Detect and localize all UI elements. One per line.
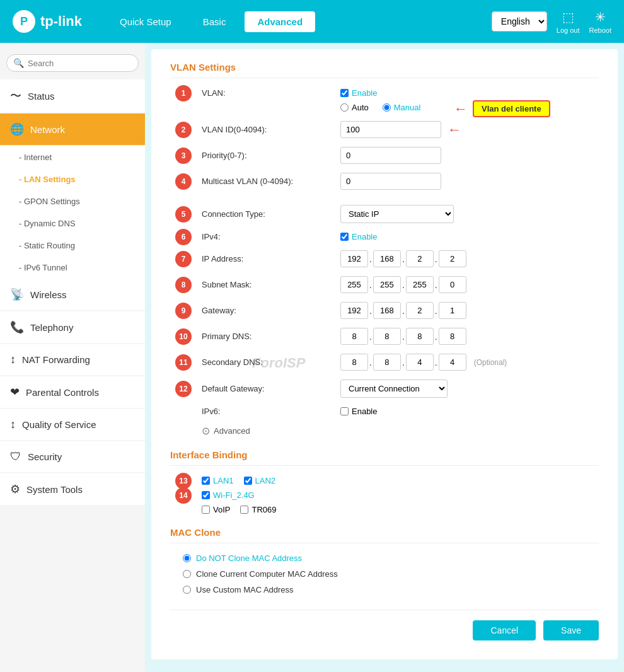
mac-radio-3[interactable]: [183, 586, 191, 594]
sidebar-sub-gpon[interactable]: - GPON Settings: [0, 190, 145, 212]
primary-dns-octet-4[interactable]: [439, 328, 466, 345]
primary-dns-row: 10 Primary DNS: . . .: [202, 328, 599, 345]
sidebar-sub-static[interactable]: - Static Routing: [0, 235, 145, 257]
sidebar-sub-ipv6[interactable]: - IPv6 Tunnel: [0, 257, 145, 279]
language-select[interactable]: English: [492, 11, 547, 32]
primary-dns-octet-2[interactable]: [373, 328, 401, 345]
lan1-check[interactable]: LAN1: [202, 476, 234, 485]
vlan-id-row: 2 VLAN ID(0-4094): ←: [202, 121, 599, 138]
tab-quick-setup[interactable]: Quick Setup: [107, 11, 184, 32]
vlan-badge: Vlan del cliente: [473, 100, 550, 117]
lan2-check[interactable]: LAN2: [244, 476, 276, 485]
ipv4-enable-checkbox[interactable]: [340, 233, 349, 241]
reboot-icon: ✳: [595, 9, 606, 25]
ip-octet-4[interactable]: [439, 250, 466, 267]
gateway-octet-1[interactable]: [340, 302, 368, 319]
sidebar-item-wireless[interactable]: 📡 Wireless: [0, 279, 145, 310]
sidebar-sub-ddns[interactable]: - Dynamic DNS: [0, 212, 145, 235]
subnet-row: 8 Subnet Mask: . . .: [202, 276, 599, 293]
gateway-row: 9 Gateway: . . .: [202, 302, 599, 319]
ip-octet-1[interactable]: [340, 250, 368, 267]
ipv4-enable-check[interactable]: Enable: [340, 232, 377, 241]
ipv6-enable-checkbox[interactable]: [340, 407, 349, 415]
primary-dns-octet-3[interactable]: [406, 328, 434, 345]
cancel-button[interactable]: Cancel: [473, 620, 536, 640]
ipv6-label: IPv6:: [202, 407, 340, 416]
ipv6-enable-value: Enable: [340, 407, 599, 416]
subnet-octet-2[interactable]: [373, 276, 401, 293]
sidebar-item-telephony[interactable]: 📞 Telephony: [0, 311, 145, 343]
step-9: 9: [175, 303, 192, 319]
primary-dns-octet-1[interactable]: [340, 328, 368, 345]
gateway-octet-3[interactable]: [406, 302, 434, 319]
wifi-check[interactable]: Wi-Fi_2.4G: [202, 490, 255, 500]
search-input[interactable]: [28, 59, 134, 68]
sidebar-sub-lan[interactable]: - LAN Settings: [0, 168, 145, 190]
ipv6-enable-check[interactable]: Enable: [340, 407, 377, 416]
secondary-dns-octet-3[interactable]: [406, 354, 434, 371]
auto-radio[interactable]: [340, 103, 349, 112]
mac-option-2[interactable]: Clone Current Computer MAC Address: [183, 569, 599, 579]
subnet-octet-3[interactable]: [406, 276, 434, 293]
sidebar-item-qos[interactable]: ↕ Quality of Service: [0, 409, 145, 440]
subnet-octet-1[interactable]: [340, 276, 368, 293]
save-button[interactable]: Save: [543, 620, 599, 640]
search-box[interactable]: 🔍: [6, 54, 139, 72]
ip-octet-3[interactable]: [406, 250, 434, 267]
sidebar-item-system[interactable]: ⚙ System Tools: [0, 473, 145, 505]
multicast-value: [340, 173, 599, 190]
tr069-check[interactable]: TR069: [240, 505, 276, 514]
sidebar-sub-internet[interactable]: - Internet: [0, 146, 145, 168]
sidebar-item-network[interactable]: 🌐 Network: [0, 113, 145, 145]
ip-octet-2[interactable]: [373, 250, 401, 267]
step-7: 7: [175, 251, 192, 267]
auto-radio-label[interactable]: Auto: [340, 103, 369, 112]
sidebar-item-security[interactable]: 🛡 Security: [0, 441, 145, 472]
connection-type-select[interactable]: Static IP Dynamic IP PPPoE: [340, 205, 454, 223]
vlan-enable-checkbox[interactable]: [340, 89, 349, 97]
sidebar-item-parental[interactable]: ❤ Parental Controls: [0, 376, 145, 408]
gateway-octet-4[interactable]: [439, 302, 466, 319]
manual-radio-label[interactable]: Manual: [383, 103, 421, 112]
system-icon: ⚙: [10, 482, 20, 496]
header-right: English ⬚ Log out ✳ Reboot: [492, 9, 611, 34]
mac-radio-2[interactable]: [183, 570, 191, 578]
mac-option-1[interactable]: Do NOT Clone MAC Address: [183, 553, 599, 563]
sidebar-item-nat[interactable]: ↕ NAT Forwarding: [0, 344, 145, 375]
tab-advanced[interactable]: Advanced: [245, 11, 315, 32]
default-gateway-select[interactable]: Current Connection: [340, 379, 448, 398]
step-12: 12: [175, 381, 192, 397]
multicast-input[interactable]: [340, 173, 441, 190]
primary-dns-group: . . .: [340, 328, 466, 345]
vlan-id-input[interactable]: [340, 121, 441, 138]
voip-check[interactable]: VoIP: [202, 505, 230, 514]
voip-checkbox[interactable]: [202, 506, 210, 514]
secondary-dns-octet-1[interactable]: [340, 354, 368, 371]
vlan-enable-check[interactable]: Enable: [340, 88, 377, 98]
subnet-group: . . .: [340, 276, 466, 293]
mac-radio-1[interactable]: [183, 554, 191, 562]
tr069-checkbox[interactable]: [240, 506, 248, 514]
manual-radio[interactable]: [383, 103, 391, 112]
gateway-octet-2[interactable]: [373, 302, 401, 319]
secondary-dns-octet-2[interactable]: [373, 354, 401, 371]
ipv4-row: 6 IPv4: Enable: [202, 232, 599, 241]
sidebar-item-label: NAT Forwarding: [22, 354, 90, 365]
sidebar-item-status[interactable]: 〜 Status: [0, 79, 145, 112]
advanced-toggle[interactable]: ⊙ Advanced: [202, 425, 599, 437]
tab-basic[interactable]: Basic: [190, 11, 239, 32]
secondary-dns-group: . . .: [340, 354, 466, 371]
priority-input[interactable]: [340, 147, 441, 164]
multicast-row: 4 Multicast VLAN (0-4094):: [202, 173, 599, 190]
lan1-checkbox[interactable]: [202, 477, 210, 485]
lan2-checkbox[interactable]: [244, 477, 252, 485]
secondary-dns-octet-4[interactable]: [439, 354, 466, 371]
default-gateway-row: 12 Default Gateway: Current Connection: [202, 379, 599, 398]
logout-button[interactable]: ⬚ Log out: [557, 9, 580, 34]
secondary-dns-optional: (Optional): [474, 358, 507, 367]
reboot-button[interactable]: ✳ Reboot: [589, 9, 611, 34]
mac-option-3[interactable]: Use Custom MAC Address: [183, 585, 599, 594]
logout-icon: ⬚: [562, 9, 574, 25]
subnet-octet-4[interactable]: [439, 276, 466, 293]
wifi-checkbox[interactable]: [202, 491, 210, 499]
